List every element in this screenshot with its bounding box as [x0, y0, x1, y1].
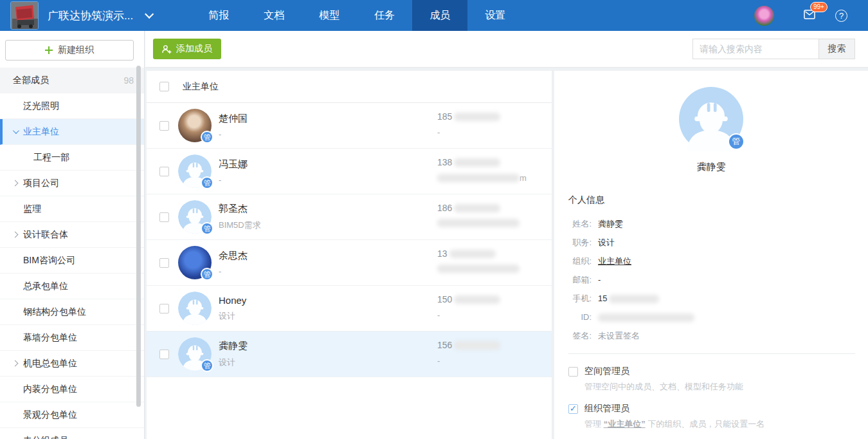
admin-option-checkbox[interactable]	[568, 404, 578, 414]
sidebar-item[interactable]: 项目公司	[0, 171, 144, 196]
sidebar-item[interactable]: 内装分包单位	[0, 377, 144, 402]
phone-prefix: 150	[437, 294, 452, 304]
info-row: 职务:设计	[568, 233, 855, 252]
row-contact: 186	[437, 203, 520, 227]
sidebar-item[interactable]: 总承包单位	[0, 274, 144, 299]
nav-item-documents[interactable]: 文档	[246, 0, 302, 31]
row-info: 余思杰-	[219, 250, 248, 276]
sidebar-item-label: 监理	[23, 203, 41, 215]
member-row[interactable]: 管楚仲国-185-	[147, 103, 552, 149]
user-avatar[interactable]	[754, 6, 774, 26]
sidebar-item-label: 景观分包单位	[23, 409, 77, 421]
search-input[interactable]	[692, 39, 818, 59]
info-value[interactable]: 业主单位	[598, 256, 631, 266]
nav-item-briefing[interactable]: 简报	[191, 0, 246, 31]
add-member-button[interactable]: 添加成员	[153, 39, 221, 59]
info-row: 组织:业主单位	[568, 252, 855, 270]
member-rows: 管楚仲国-185- 管冯玉娜-138m 管郭圣杰BIM5D需求186管余思杰-1…	[147, 103, 552, 377]
row-subtitle: -	[219, 266, 248, 276]
sidebar-item[interactable]: 钢结构分包单位	[0, 299, 144, 325]
sidebar-scrollbar[interactable]	[136, 66, 141, 407]
sidebar-item[interactable]: 全部成员98	[0, 68, 144, 93]
group-header-label: 业主单位	[183, 81, 219, 93]
member-row[interactable]: Honey设计150-	[147, 286, 552, 332]
default-avatar-icon	[178, 292, 212, 325]
member-row[interactable]: 管龚静雯设计156-	[147, 332, 552, 377]
nav-item-models[interactable]: 模型	[302, 0, 357, 31]
search-button[interactable]: 搜索	[818, 39, 855, 59]
sidebar-item[interactable]: 设计联合体	[0, 222, 144, 248]
nav-item-settings[interactable]: 设置	[467, 0, 523, 31]
sidebar-item[interactable]: 泛光照明	[0, 93, 144, 119]
sidebar-item-label: 工程一部	[33, 152, 69, 163]
row-subtitle: -	[219, 129, 248, 139]
admin-option-head: 空间管理员	[568, 366, 855, 377]
sidebar-item[interactable]: 幕墙分包单位	[0, 325, 144, 351]
redacted-phone	[454, 341, 500, 350]
chevron-down-icon[interactable]	[145, 10, 154, 19]
admin-badge: 管	[201, 359, 213, 372]
row-info: 冯玉娜-	[219, 158, 248, 185]
info-value: 15	[598, 294, 607, 303]
info-row: 邮箱:-	[568, 270, 855, 289]
row-avatar: 管	[178, 154, 212, 188]
row-checkbox[interactable]	[159, 121, 169, 131]
new-org-button[interactable]: 新建组织	[5, 40, 134, 61]
plus-icon	[45, 46, 53, 54]
member-count: 98	[123, 75, 134, 86]
help-icon[interactable]	[835, 10, 847, 22]
member-row[interactable]: 管郭圣杰BIM5D需求186	[147, 194, 552, 240]
nav-item-tasks[interactable]: 任务	[357, 0, 412, 31]
workspace-title[interactable]: 广联达协筑演示...	[48, 8, 133, 23]
sidebar-item[interactable]: 监理	[0, 196, 144, 222]
admin-badge: 管	[201, 222, 213, 235]
sidebar-item[interactable]: 景观分包单位	[0, 402, 144, 428]
sidebar-item[interactable]: 业主单位	[0, 119, 144, 145]
redacted-phone	[454, 204, 500, 212]
sidebar-item[interactable]: 工程一部	[0, 145, 144, 171]
row-contact-line2: -	[437, 127, 500, 137]
member-detail-panel: 管 龚静雯 个人信息 姓名:龚静雯职务:设计组织:业主单位邮箱:-手机:15ID…	[554, 71, 868, 439]
sidebar: 新建组织 全部成员98泛光照明业主单位工程一部项目公司监理设计联合体BIM咨询公…	[0, 31, 145, 439]
row-phone-number: 150	[437, 294, 500, 304]
sidebar-item[interactable]: BIM咨询公司	[0, 248, 144, 274]
info-label: 职务:	[568, 233, 592, 252]
admin-option-checkbox[interactable]	[568, 367, 578, 377]
row-checkbox[interactable]	[159, 350, 169, 359]
row-checkbox[interactable]	[159, 258, 169, 268]
row-checkbox[interactable]	[159, 167, 169, 176]
row-checkbox[interactable]	[159, 304, 169, 313]
sidebar-item[interactable]: 未分组成员	[0, 428, 144, 439]
select-all-checkbox[interactable]	[159, 82, 169, 91]
info-label: 签名:	[568, 326, 592, 345]
add-person-icon	[162, 44, 172, 54]
nav-item-members[interactable]: 成员	[412, 0, 467, 31]
row-contact: 185-	[437, 111, 500, 137]
email-suffix: m	[520, 173, 527, 183]
row-contact-line2	[437, 265, 520, 273]
row-avatar: 管	[178, 109, 212, 142]
desc-prefix: 管理	[584, 419, 604, 429]
sidebar-item-label: 幕墙分包单位	[23, 332, 77, 344]
member-row[interactable]: 管余思杰-13	[147, 240, 552, 286]
redacted-phone	[454, 158, 500, 167]
info-label: ID:	[568, 308, 592, 326]
messages-button[interactable]: 99+	[804, 9, 817, 23]
redacted-phone	[609, 295, 659, 303]
sidebar-item[interactable]: 机电总包单位	[0, 351, 144, 377]
row-info: 楚仲国-	[219, 113, 248, 139]
sidebar-item-label: 设计联合体	[23, 229, 68, 241]
message-count-badge: 99+	[810, 2, 827, 12]
workspace-logo[interactable]	[10, 1, 39, 30]
redacted-phone	[454, 295, 500, 304]
member-row[interactable]: 管冯玉娜-138m	[147, 149, 552, 194]
row-contact-line2: -	[437, 356, 500, 366]
row-checkbox[interactable]	[159, 212, 169, 222]
redacted-phone	[454, 113, 500, 121]
admin-option-label: 组织管理员	[584, 403, 629, 415]
row-avatar: 管	[178, 246, 212, 279]
info-value: -	[598, 275, 601, 285]
add-member-label: 添加成员	[176, 43, 212, 55]
row-phone-number: 186	[437, 203, 520, 213]
member-name: 龚静雯	[554, 161, 868, 173]
